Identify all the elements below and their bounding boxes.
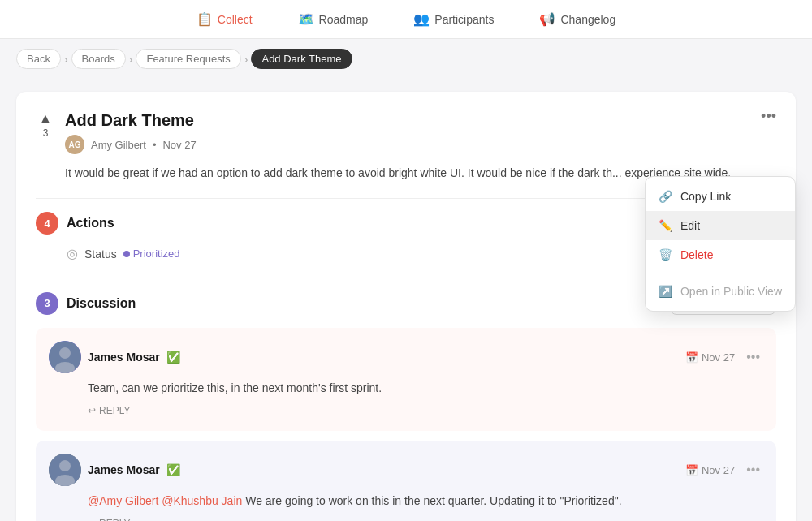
comment-1-date: 📅 Nov 27: [685, 351, 735, 364]
comment-2-more-button[interactable]: •••: [743, 461, 763, 479]
status-dot: [123, 251, 130, 257]
post-date: Nov 27: [162, 139, 196, 151]
nav-changelog[interactable]: 📢 Changelog: [533, 8, 622, 30]
comment-1-more-button[interactable]: •••: [743, 348, 763, 366]
comment-2-reply-button[interactable]: ↩ REPLY: [88, 516, 130, 521]
breadcrumb-sep-2: ›: [129, 53, 133, 66]
status-icon: ◎: [67, 246, 78, 261]
dropdown-copy-link[interactable]: 🔗 Copy Link: [646, 182, 795, 211]
dropdown-edit[interactable]: ✏️ Edit: [646, 211, 795, 240]
comment-1-author: James Mosar ✅: [49, 341, 180, 373]
mention-1[interactable]: @Amy Gilbert: [88, 494, 158, 507]
comment-2: James Mosar ✅ 📅 Nov 27 ••• @Amy Gilbert …: [36, 441, 776, 521]
edit-icon: ✏️: [659, 219, 672, 232]
comment-2-body: @Amy Gilbert @Khushbu Jain We are going …: [88, 493, 763, 510]
nav-collect[interactable]: 📋 Collect: [190, 8, 259, 30]
delete-icon: 🗑️: [659, 248, 672, 261]
breadcrumb-sep-3: ›: [244, 53, 248, 66]
svg-point-4: [59, 460, 71, 471]
comment-2-text: We are going to work on this in the next…: [245, 494, 621, 507]
status-label: Status: [84, 248, 117, 260]
post-title: Add Dark Theme: [65, 111, 776, 130]
breadcrumb-boards[interactable]: Boards: [71, 49, 126, 69]
comment-1-meta: 📅 Nov 27 •••: [685, 348, 763, 366]
author-name: Amy Gilbert: [91, 139, 146, 151]
breadcrumb-sep-1: ›: [64, 53, 68, 66]
comment-1-avatar: [49, 341, 81, 373]
vote-up-icon[interactable]: ▲: [39, 111, 52, 126]
open-public-icon: ↗️: [659, 285, 672, 298]
reply-icon-1: ↩: [88, 405, 96, 416]
discussion-title: Discussion: [67, 296, 136, 311]
dropdown-delete[interactable]: 🗑️ Delete: [646, 240, 795, 269]
comment-1-header: James Mosar ✅ 📅 Nov 27 •••: [49, 341, 763, 373]
status-value: Prioritized: [133, 248, 180, 260]
comment-2-date: 📅 Nov 27: [685, 464, 735, 476]
breadcrumb: Back › Boards › Feature Requests › Add D…: [0, 39, 812, 79]
actions-badge: 4: [36, 212, 58, 235]
main-content: ▲ 3 Add Dark Theme AG Amy Gilbert • Nov …: [0, 79, 812, 521]
reply-icon-2: ↩: [88, 518, 96, 521]
mention-2[interactable]: @Khushbu Jain: [162, 494, 242, 507]
calendar-icon-2: 📅: [685, 464, 698, 476]
more-options-button[interactable]: •••: [754, 105, 783, 128]
top-nav: 📋 Collect 🗺️ Roadmap 👥 Participants 📢 Ch…: [0, 0, 812, 39]
dropdown-menu: 🔗 Copy Link ✏️ Edit 🗑️ Delete ↗️ Open in…: [645, 176, 796, 312]
post-meta: Add Dark Theme AG Amy Gilbert • Nov 27: [65, 111, 776, 154]
author-avatar: AG: [65, 135, 84, 154]
actions-title: Actions: [67, 216, 114, 230]
vote-count: 3: [43, 127, 49, 139]
collect-icon: 📋: [197, 11, 213, 27]
status-badge[interactable]: Prioritized: [123, 248, 180, 260]
nav-roadmap[interactable]: 🗺️ Roadmap: [292, 8, 375, 30]
breadcrumb-feature-requests[interactable]: Feature Requests: [136, 49, 240, 69]
dropdown-divider: [646, 273, 795, 273]
comment-2-header: James Mosar ✅ 📅 Nov 27 •••: [49, 454, 763, 486]
comment-2-avatar: [49, 454, 81, 486]
roadmap-icon: 🗺️: [298, 11, 314, 27]
breadcrumb-current[interactable]: Add Dark Theme: [251, 49, 352, 69]
post-header: ▲ 3 Add Dark Theme AG Amy Gilbert • Nov …: [36, 111, 776, 154]
comment-1-body: Team, can we prioritize this, in the nex…: [88, 380, 763, 397]
vote-section: ▲ 3: [36, 111, 55, 139]
comment-1: James Mosar ✅ 📅 Nov 27 ••• Team, can we …: [36, 328, 776, 431]
post-author-line: AG Amy Gilbert • Nov 27: [65, 135, 776, 154]
calendar-icon-1: 📅: [685, 351, 698, 364]
discussion-title-group: 3 Discussion: [36, 292, 136, 315]
comment-2-author: James Mosar ✅: [49, 454, 180, 486]
discussion-badge: 3: [36, 292, 58, 315]
comment-1-name: James Mosar: [88, 351, 160, 364]
dropdown-open-public[interactable]: ↗️ Open in Public View: [646, 277, 795, 306]
breadcrumb-back[interactable]: Back: [16, 49, 61, 69]
comment-1-reply-button[interactable]: ↩ REPLY: [88, 403, 130, 418]
copy-link-icon: 🔗: [659, 190, 672, 203]
comment-2-meta: 📅 Nov 27 •••: [685, 461, 763, 479]
verified-badge-1: ✅: [166, 351, 180, 364]
svg-point-1: [59, 347, 71, 359]
participants-icon: 👥: [413, 11, 430, 27]
comment-2-name: James Mosar: [88, 463, 160, 476]
nav-participants[interactable]: 👥 Participants: [407, 8, 500, 30]
changelog-icon: 📢: [539, 11, 555, 27]
verified-badge-2: ✅: [166, 463, 180, 476]
